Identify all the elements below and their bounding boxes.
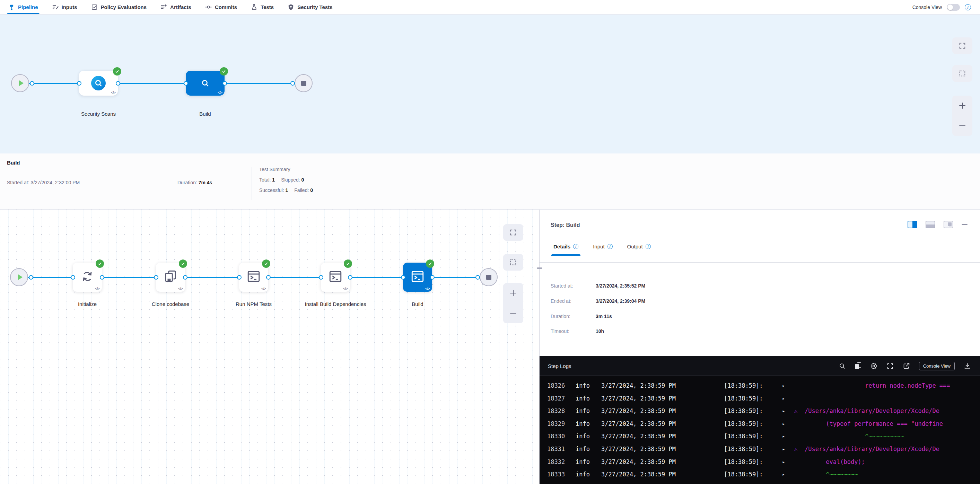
console-view-toggle[interactable]: [947, 4, 960, 11]
log-date: 3/27/2024, 2:38:59 PM: [601, 405, 724, 417]
settings-gear-icon[interactable]: [870, 362, 877, 370]
code-chip: </>: [178, 287, 183, 291]
log-row[interactable]: 18328info3/27/2024, 2:38:59 PM[18:38:59]…: [547, 405, 980, 417]
log-row[interactable]: 18332info3/27/2024, 2:38:59 PM[18:38:59]…: [547, 455, 980, 468]
pipeline-execution-page: Pipeline Inputs Policy Evaluations Artif…: [0, 0, 980, 484]
log-row[interactable]: 18331info3/27/2024, 2:38:59 PM[18:38:59]…: [547, 443, 980, 455]
expand-chevron-icon[interactable]: ▸: [782, 468, 791, 481]
zoom-out-button[interactable]: [503, 303, 523, 323]
expand-chevron-icon[interactable]: ▸: [782, 392, 791, 405]
detail-row-timeout: Timeout:10h: [550, 328, 604, 334]
tab-details[interactable]: Details i: [554, 244, 578, 255]
open-external-icon[interactable]: [903, 362, 910, 370]
download-icon[interactable]: [964, 362, 971, 370]
info-icon[interactable]: i: [965, 4, 971, 10]
panel-resize-handle[interactable]: [537, 267, 542, 269]
info-icon[interactable]: i: [646, 244, 651, 249]
layout-bottom-panel-icon[interactable]: [926, 221, 935, 229]
stage-card-build[interactable]: </>: [186, 71, 224, 96]
expand-chevron-icon[interactable]: ▸: [782, 405, 791, 417]
canvas-select-button[interactable]: [952, 65, 972, 82]
step-panel-title: Step: Build: [550, 222, 580, 229]
log-date: 3/27/2024, 2:38:59 PM: [601, 417, 724, 430]
tab-inputs[interactable]: Inputs: [52, 0, 77, 14]
info-icon[interactable]: i: [573, 244, 578, 249]
layout-right-panel-icon[interactable]: [908, 221, 917, 229]
log-row[interactable]: 18329info3/27/2024, 2:38:59 PM[18:38:59]…: [547, 417, 980, 430]
zoom-in-button[interactable]: [503, 283, 523, 303]
step-label-build: Build: [379, 300, 456, 308]
tab-artifacts[interactable]: Artifacts: [161, 0, 191, 14]
connector-dot: [77, 81, 81, 86]
tab-tests[interactable]: Tests: [251, 0, 274, 14]
log-timestamp: [18:38:59]:: [724, 443, 782, 455]
console-view-button[interactable]: Console View: [919, 362, 955, 370]
log-row[interactable]: 18330info3/27/2024, 2:38:59 PM[18:38:59]…: [547, 430, 980, 443]
tab-commits[interactable]: Commits: [205, 0, 237, 14]
step-label-clone-codebase: Clone codebase: [132, 300, 208, 308]
zoom-out-button[interactable]: [952, 116, 972, 136]
expand-chevron-icon[interactable]: ▸: [782, 455, 791, 468]
canvas-fullscreen-button[interactable]: [503, 224, 523, 241]
expand-chevron-icon[interactable]: ▸: [782, 443, 791, 455]
expand-chevron-icon[interactable]: ▸: [782, 417, 791, 430]
tab-label: Output: [627, 244, 643, 249]
tab-label: Tests: [261, 4, 274, 10]
canvas-fullscreen-button[interactable]: [952, 37, 972, 54]
log-message: eval(body);: [791, 455, 865, 468]
log-level: info: [576, 417, 601, 430]
log-actions: Console View: [838, 362, 971, 370]
connector-dot: [154, 275, 158, 279]
log-timestamp: [18:38:59]:: [724, 468, 782, 481]
canvas-zoom-controls: [503, 283, 523, 323]
log-date: 3/27/2024, 2:38:59 PM: [601, 455, 724, 468]
step-logs-body[interactable]: 18326info3/27/2024, 2:38:59 PM[18:38:59]…: [539, 376, 980, 484]
fullscreen-icon[interactable]: [886, 362, 894, 370]
info-icon[interactable]: i: [608, 244, 612, 249]
log-row[interactable]: 18326info3/27/2024, 2:38:59 PM[18:38:59]…: [547, 379, 980, 392]
log-line-number: 18333: [547, 468, 576, 481]
play-icon: [18, 274, 22, 280]
success-badge: [113, 67, 121, 76]
minimize-panel-icon[interactable]: [962, 224, 967, 225]
terminal-icon: [247, 269, 261, 285]
stage-end-node[interactable]: [480, 268, 498, 286]
pipeline-start-node[interactable]: [11, 74, 29, 92]
log-date: 3/27/2024, 2:38:59 PM: [601, 379, 724, 392]
stage-start-node[interactable]: [10, 268, 28, 286]
expand-chevron-icon[interactable]: ▸: [782, 379, 791, 392]
step-graph-canvas[interactable]: </> </> </>: [0, 209, 539, 484]
detail-row-duration: Duration:3m 11s: [550, 314, 612, 319]
code-chip: </>: [343, 287, 348, 291]
layout-floating-panel-icon[interactable]: [943, 221, 953, 229]
tab-pipeline[interactable]: Pipeline: [8, 0, 38, 14]
code-chip: </>: [111, 90, 115, 95]
tab-policy-evaluations[interactable]: Policy Evaluations: [91, 0, 147, 14]
log-date: 3/27/2024, 2:38:59 PM: [601, 468, 724, 481]
success-badge: [426, 260, 434, 268]
refresh-icon: [80, 269, 95, 285]
connector-dot: [183, 275, 188, 279]
connector-dot: [223, 81, 227, 86]
connector-dot: [184, 81, 188, 86]
stage-card-security-scans[interactable]: </>: [79, 71, 118, 96]
search-icon[interactable]: [838, 362, 846, 370]
tabs-divider: [539, 262, 980, 263]
code-chip: </>: [218, 90, 222, 95]
log-row[interactable]: 18327info3/27/2024, 2:38:59 PM[18:38:59]…: [547, 392, 980, 405]
lower-section: </> </> </>: [0, 209, 980, 484]
test-summary-line2: Successful: 1Failed: 0: [259, 187, 313, 193]
copy-icon[interactable]: [855, 362, 861, 369]
log-message: ^~~~~~~~~~~: [791, 430, 904, 443]
pipeline-end-node[interactable]: [294, 74, 313, 92]
stage-graph-canvas[interactable]: </> </> Security Scans Build: [0, 14, 980, 154]
tab-security-tests[interactable]: Security Tests: [288, 0, 332, 14]
canvas-select-button[interactable]: [503, 254, 523, 271]
log-row[interactable]: 18333info3/27/2024, 2:38:59 PM[18:38:59]…: [547, 468, 980, 481]
expand-chevron-icon[interactable]: ▸: [782, 430, 791, 443]
zoom-in-button[interactable]: [952, 96, 972, 116]
step-label-run-npm-tests: Run NPM Tests: [216, 300, 292, 308]
inputs-icon: [52, 4, 59, 10]
tab-input[interactable]: Input i: [593, 244, 612, 255]
tab-output[interactable]: Output i: [627, 244, 651, 255]
